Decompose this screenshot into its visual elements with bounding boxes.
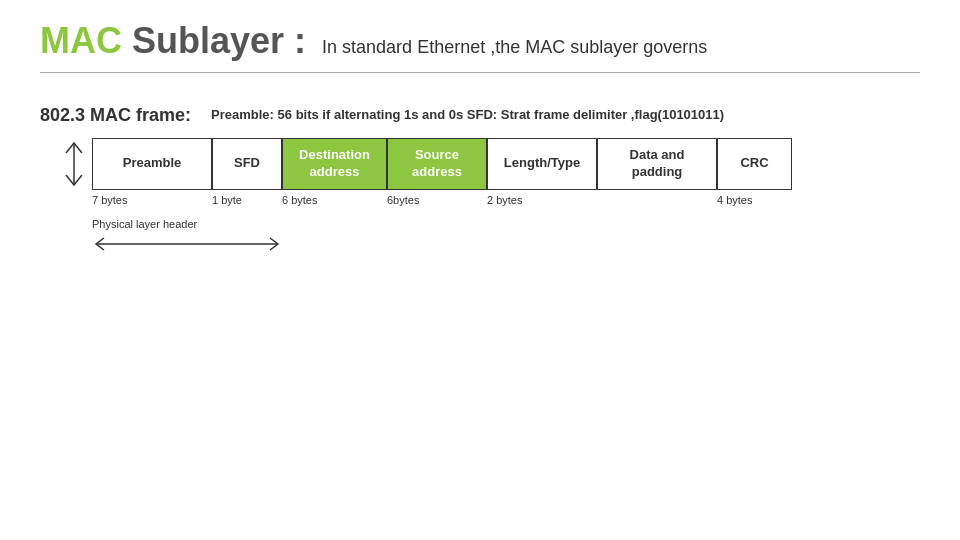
note-sfd-bold: SFD: [467,107,497,122]
title-mac: MAC [40,20,122,62]
page: MAC Sublayer : In standard Ethernet ,the… [0,0,960,540]
bytes-dest: 6 bytes [282,194,387,206]
bytes-crc: 4 bytes [717,194,792,206]
divider [40,72,920,73]
note-preamble-bold: Preamble: [211,107,274,122]
bytes-length: 2 bytes [487,194,597,206]
frame-header: 802.3 MAC frame: Preamble: 56 bits if al… [40,103,920,126]
bytes-sfd: 1 byte [212,194,282,206]
cell-sfd: SFD [212,138,282,190]
cell-data-padding: Data andpadding [597,138,717,190]
note-preamble-text: 56 bits if alternating 1s and 0s [278,107,464,122]
bytes-source: 6bytes [387,194,487,206]
bytes-data [597,194,717,206]
physical-header-arrow [92,234,282,254]
title-colon: : [294,20,306,62]
frame-label: 802.3 MAC frame: [40,103,191,126]
cell-destination: Destinationaddress [282,138,387,190]
cell-source: Sourceaddress [387,138,487,190]
bytes-row: 7 bytes 1 byte 6 bytes 6bytes 2 bytes 4 … [92,194,920,206]
left-arrow [60,138,88,190]
note-sfd-text: Strat frame delimiter ,flag(10101011) [501,107,724,122]
title-sublayer: Sublayer [132,20,284,62]
bytes-preamble: 7 bytes [92,194,212,206]
cell-length-type: Length/Type [487,138,597,190]
title-description: In standard Ethernet ,the MAC sublayer g… [322,37,707,58]
frame-section: 802.3 MAC frame: Preamble: 56 bits if al… [40,103,920,254]
frame-note: Preamble: 56 bits if alternating 1s and … [211,103,724,122]
frame-diagram: Preamble SFD Destinationaddress Sourcead… [60,138,920,190]
cell-preamble: Preamble [92,138,212,190]
frame-cells: Preamble SFD Destinationaddress Sourcead… [92,138,920,190]
physical-header-label: Physical layer header [92,218,920,230]
physical-header-section: Physical layer header [92,218,920,254]
cell-crc: CRC [717,138,792,190]
title-section: MAC Sublayer : In standard Ethernet ,the… [40,20,920,62]
